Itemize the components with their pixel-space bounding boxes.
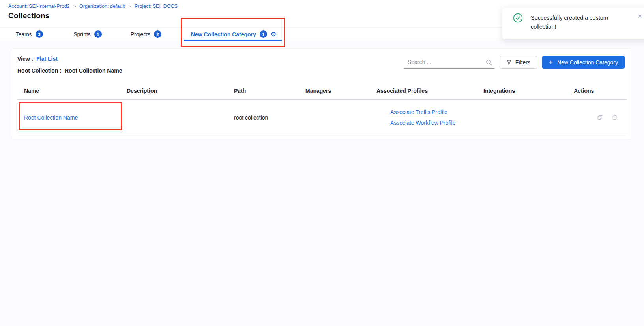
column-header-integrations: Integrations: [476, 88, 567, 94]
search-input[interactable]: [404, 59, 486, 66]
plus-icon: +: [549, 59, 553, 66]
table-header-row: Name Description Path Managers Associate…: [17, 82, 627, 100]
active-tab-underline: [184, 40, 282, 41]
breadcrumb-organization-link[interactable]: Organization: default: [79, 4, 125, 9]
tab-label: Projects: [131, 31, 151, 37]
root-collection-label: Root Collection :: [17, 67, 62, 74]
chevron-right-icon: >: [73, 4, 76, 9]
count-badge: 1: [260, 30, 267, 38]
trash-icon[interactable]: [611, 114, 618, 121]
collection-name-link[interactable]: Root Collection Name: [24, 114, 78, 121]
collections-card: View : Flat List Root Collection : Root …: [11, 48, 631, 139]
filter-funnel-icon: [506, 60, 512, 65]
success-toast: Successfully created a custom collection…: [502, 8, 644, 39]
count-badge: 2: [154, 30, 161, 38]
chevron-right-icon: >: [128, 4, 131, 9]
cell-name: Root Collection Name: [17, 114, 120, 121]
count-badge: 3: [36, 30, 43, 38]
root-collection-value: Root Collection Name: [65, 67, 122, 74]
column-header-path: Path: [227, 88, 298, 94]
collections-table: Name Description Path Managers Associate…: [17, 82, 627, 135]
breadcrumb-project-link[interactable]: Project: SEI_DOCS: [135, 4, 178, 9]
associate-workflow-profile-link[interactable]: Associate Workflow Profile: [390, 120, 476, 126]
column-header-managers: Managers: [298, 88, 369, 94]
cell-actions: [567, 114, 627, 121]
column-header-actions: Actions: [567, 88, 627, 94]
toast-message: Successfully created a custom collection…: [531, 13, 631, 32]
duplicate-icon[interactable]: [597, 114, 603, 121]
filters-button-label: Filters: [515, 59, 530, 66]
tab-label: Sprints: [73, 31, 91, 37]
breadcrumb-account-link[interactable]: Account: SEI-Internal-Prod2: [8, 4, 70, 9]
tab-label: Teams: [15, 31, 32, 37]
count-badge: 1: [94, 30, 102, 38]
tab-projects[interactable]: Projects 2: [117, 28, 175, 41]
search-icon[interactable]: [486, 59, 492, 66]
tab-new-collection-category[interactable]: New Collection Category 1 ⚙: [175, 28, 292, 41]
gear-icon[interactable]: ⚙: [271, 31, 276, 37]
column-header-associated-profiles: Associated Profiles: [369, 88, 476, 94]
tab-teams[interactable]: Teams 3: [0, 28, 58, 41]
page-title: Collections: [8, 11, 50, 20]
associate-trellis-profile-link[interactable]: Associate Trellis Profile: [390, 109, 476, 115]
new-collection-category-button[interactable]: + New Collection Category: [542, 56, 625, 69]
check-circle-icon: [513, 13, 523, 24]
tab-sprints[interactable]: Sprints 1: [58, 28, 117, 41]
column-header-name: Name: [17, 88, 120, 94]
table-row: Root Collection Name root collection Ass…: [17, 100, 627, 135]
cell-path: root collection: [227, 114, 298, 121]
breadcrumb: Account: SEI-Internal-Prod2 > Organizati…: [8, 4, 178, 9]
new-collection-category-button-label: New Collection Category: [557, 59, 618, 66]
collections-page: Account: SEI-Internal-Prod2 > Organizati…: [0, 0, 644, 326]
toolbar: Filters + New Collection Category: [404, 56, 625, 69]
filters-button[interactable]: Filters: [500, 56, 537, 69]
view-flat-list-link[interactable]: Flat List: [36, 56, 58, 62]
view-label: View :: [17, 56, 33, 62]
column-header-description: Description: [120, 88, 227, 94]
tab-label: New Collection Category: [191, 31, 256, 37]
close-icon[interactable]: ×: [638, 12, 642, 21]
cell-associated-profiles: Associate Trellis Profile Associate Work…: [369, 109, 476, 126]
view-meta: View : Flat List Root Collection : Root …: [17, 53, 122, 77]
search-box[interactable]: [404, 56, 494, 69]
